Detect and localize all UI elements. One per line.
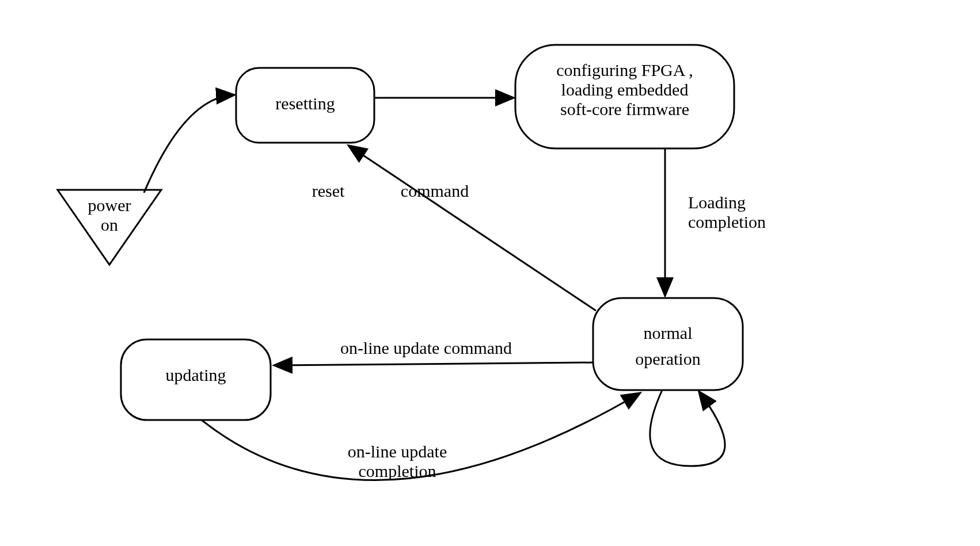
edge-power-to-resetting — [144, 95, 233, 193]
reset-command-label-word2: command — [383, 181, 487, 201]
resetting-label: resetting — [256, 94, 354, 113]
updating-label: updating — [144, 365, 248, 385]
edge-normal-to-resetting — [350, 146, 596, 311]
state-diagram: power on resetting configuring FPGA , lo… — [23, 23, 980, 546]
edge-normal-self-loop — [650, 390, 725, 466]
normal-operation-label: normal operation — [605, 320, 731, 372]
diagram-svg — [23, 23, 980, 546]
loading-completion-label: Loading completion — [688, 193, 792, 232]
online-update-completion-label: on-line update completion — [322, 442, 472, 481]
edge-normal-to-updating — [275, 362, 593, 365]
online-update-command-label: on-line update command — [322, 338, 530, 358]
power-on-label: power on — [81, 196, 138, 235]
reset-command-label-word1: reset — [291, 181, 366, 201]
configuring-label: configuring FPGA , loading embedded soft… — [527, 60, 723, 119]
